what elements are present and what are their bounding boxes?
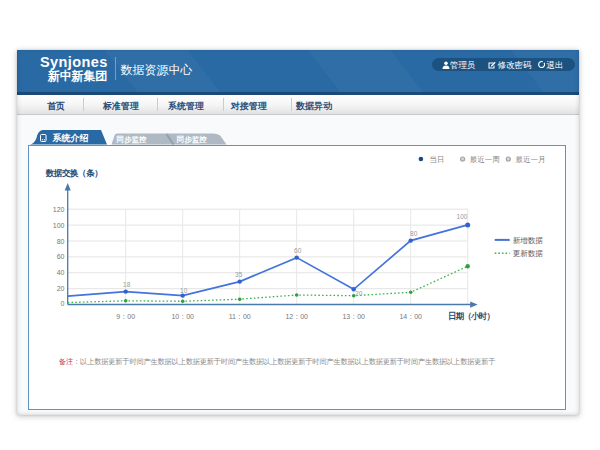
svg-text:数据交换（条）: 数据交换（条） [45,168,103,178]
svg-text:同步监控: 同步监控 [117,135,148,144]
svg-text:35: 35 [235,271,243,278]
svg-text:日期（小时）: 日期（小时） [448,311,494,321]
svg-text:10: 10 [180,286,188,293]
svg-text:当日: 当日 [430,154,445,163]
svg-text:10：00: 10：00 [171,313,194,320]
svg-text:100: 100 [53,221,65,228]
svg-text:60: 60 [294,247,302,254]
svg-text:13：00: 13：00 [342,313,365,320]
svg-text:最近一月: 最近一月 [516,154,546,163]
svg-text:20: 20 [355,290,363,297]
svg-text:更新数据: 更新数据 [513,249,544,258]
svg-text:20: 20 [57,285,65,292]
svg-text:同步监控: 同步监控 [177,135,208,144]
svg-text:新增数据: 新增数据 [513,235,544,244]
svg-text:0: 0 [61,299,65,306]
svg-text:100: 100 [457,213,468,220]
svg-text:80: 80 [410,230,418,237]
svg-text:系统介绍: 系统介绍 [52,133,89,143]
svg-text:40: 40 [57,269,65,276]
svg-text:120: 120 [53,205,65,212]
svg-text:18: 18 [123,281,131,288]
svg-text:14：00: 14：00 [399,313,422,320]
svg-text:60: 60 [57,253,65,260]
svg-text:12：00: 12：00 [285,313,308,320]
svg-text:11：00: 11：00 [229,313,251,320]
svg-text:80: 80 [57,237,65,244]
svg-text:9：00: 9：00 [116,313,135,320]
svg-text:最近一周: 最近一周 [470,154,500,163]
